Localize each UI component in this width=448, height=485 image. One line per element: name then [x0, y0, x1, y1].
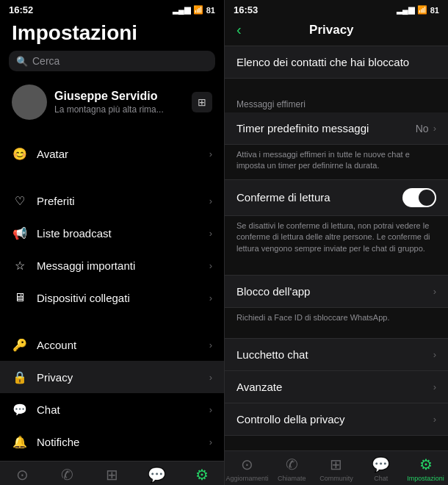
right-content: Elenco dei contatti che hai bloccato Mes… [225, 46, 448, 450]
qr-button[interactable]: ⊞ [192, 92, 212, 112]
right-nav-community-label: Community [319, 475, 353, 482]
desc-blocco: Richiedi a Face ID di sbloccare WhatsApp… [225, 308, 448, 331]
menu-label-avatar: Avatar [37, 148, 200, 160]
right-time: 16:53 [234, 4, 258, 15]
right-signal-icon: ▂▄▆ [397, 5, 414, 15]
nav-impostazioni[interactable]: ⚙ Impostazioni [179, 466, 224, 485]
chevron-timer: › [433, 123, 436, 134]
setting-avanzate[interactable]: Avanzate › [225, 371, 448, 403]
nav-chat[interactable]: 💬 Chat [134, 466, 179, 485]
account-icon: 🔑 [12, 337, 28, 353]
right-nav-community-icon: ⊞ [330, 456, 342, 473]
setting-label-lucchetto: Lucchetto chat [236, 348, 433, 361]
signal-icon: ▂▄▆ [173, 5, 190, 15]
toggle-knob [419, 190, 435, 206]
menu-item-messaggi-importanti[interactable]: ☆ Messaggi importanti › [0, 249, 224, 281]
chat-icon: 💬 [12, 401, 28, 417]
menu-item-chat[interactable]: 💬 Chat › [0, 393, 224, 425]
right-nav-community[interactable]: ⊞ Community [314, 456, 359, 482]
wifi-icon: 📶 [193, 5, 203, 15]
menu-item-liste-broadcast[interactable]: 📢 Liste broadcast › [0, 217, 224, 249]
devices-icon: 🖥 [12, 290, 28, 306]
broadcast-icon: 📢 [12, 225, 28, 241]
chevron-controllo: › [433, 414, 436, 425]
right-wifi-icon: 📶 [417, 5, 427, 15]
chevron-messaggi: › [209, 260, 212, 271]
profile-name: Giuseppe Servidio [54, 90, 184, 103]
setting-label-blocco: Blocco dell'app [236, 285, 433, 298]
menu-section-middle: ♡ Preferiti › 📢 Liste broadcast › ☆ Mess… [0, 184, 224, 314]
toggle-conferme[interactable]: Conferme di lettura [225, 179, 448, 216]
chevron-privacy: › [209, 372, 212, 383]
right-nav-aggiornamenti[interactable]: ⊙ Aggiornamenti [225, 456, 270, 482]
setting-blocco-app[interactable]: Blocco dell'app › [225, 275, 448, 308]
nav-settings-icon: ⚙ [195, 466, 209, 484]
setting-contatti-bloccati[interactable]: Elenco dei contatti che hai bloccato [225, 46, 448, 79]
chevron-lucchetto: › [433, 349, 436, 360]
toggle-label-conferme: Conferme di lettura [236, 191, 402, 204]
desc-timer: Attiva i messaggi effimeri in tutte le n… [225, 145, 448, 179]
menu-label-dispositivi: Dispositivi collegati [37, 292, 200, 304]
profile-info: Giuseppe Servidio La montagna più alta r… [54, 90, 184, 115]
setting-label-avanzate: Avanzate [236, 381, 433, 393]
left-panel: 16:52 ▂▄▆ 📶 81 Impostazioni 🔍 Cerca Gius… [0, 0, 224, 485]
right-bottom-nav: ⊙ Aggiornamenti ✆ Chiamate ⊞ Community 💬… [225, 450, 448, 485]
right-header: ‹ Privacy [225, 18, 448, 46]
menu-item-dispositivi[interactable]: 🖥 Dispositivi collegati › [0, 281, 224, 314]
avatar [12, 85, 47, 120]
right-nav-impostazioni[interactable]: ⚙ Impostazioni [403, 456, 448, 482]
left-status-icons: ▂▄▆ 📶 81 [173, 5, 215, 15]
menu-item-privacy[interactable]: 🔒 Privacy › [0, 361, 224, 393]
right-status-bar: 16:53 ▂▄▆ 📶 81 [225, 0, 448, 18]
spacer-2 [225, 262, 448, 275]
menu-item-avatar[interactable]: 😊 Avatar › [0, 137, 224, 170]
chevron-dispositivi: › [209, 292, 212, 303]
profile-row[interactable]: Giuseppe Servidio La montagna più alta r… [0, 79, 224, 126]
setting-controllo-privacy[interactable]: Controllo della privacy › [225, 403, 448, 436]
chevron-liste: › [209, 228, 212, 239]
nav-community-icon: ⊞ [106, 466, 118, 484]
left-time: 16:52 [9, 4, 33, 15]
nav-aggiornamenti[interactable]: ⊙ Aggiornamenti [0, 466, 45, 485]
notifiche-icon: 🔔 [12, 434, 28, 450]
right-nav-calls-label: Chiamate [278, 475, 306, 482]
right-nav-chiamate[interactable]: ✆ Chiamate [270, 456, 314, 482]
menu-label-messaggi: Messaggi importanti [37, 259, 200, 272]
nav-chiamate[interactable]: ✆ Chiamate [45, 466, 90, 485]
right-nav-updates-label: Aggiornamenti [225, 475, 268, 482]
page-title: Impostazioni [0, 18, 224, 51]
chevron-chat: › [209, 404, 212, 415]
preferiti-icon: ♡ [12, 193, 28, 209]
right-nav-settings-icon: ⚙ [419, 456, 433, 473]
chevron-account: › [209, 340, 212, 351]
right-nav-chat[interactable]: 💬 Chat [358, 456, 403, 482]
right-nav-calls-icon: ✆ [286, 456, 298, 473]
left-status-bar: 16:52 ▂▄▆ 📶 81 [0, 0, 224, 18]
back-button[interactable]: ‹ [236, 21, 242, 38]
right-nav-chat-label: Chat [374, 475, 388, 482]
toggle-switch-conferme[interactable] [402, 188, 436, 207]
chevron-notifiche: › [209, 436, 212, 448]
chevron-blocco: › [433, 286, 436, 297]
setting-timer-predefinito[interactable]: Timer predefinito messaggi No › [225, 112, 448, 145]
left-bottom-nav: ⊙ Aggiornamenti ✆ Chiamate ⊞ Community 💬… [0, 461, 224, 485]
menu-item-preferiti[interactable]: ♡ Preferiti › [0, 184, 224, 217]
nav-chat-icon: 💬 [148, 466, 166, 484]
avatar-icon: 😊 [12, 146, 28, 162]
setting-label-timer: Timer predefinito messaggi [236, 122, 416, 134]
menu-label-chat: Chat [37, 403, 200, 416]
desc-conferme: Se disattivi le conferme di lettura, non… [225, 216, 448, 262]
setting-label-controllo: Controllo della privacy [236, 413, 433, 425]
menu-item-account[interactable]: 🔑 Account › [0, 328, 224, 361]
menu-label-liste: Liste broadcast [37, 227, 200, 240]
spacer-1 [225, 79, 448, 92]
menu-label-notifiche: Notifiche [37, 436, 200, 448]
menu-section-bottom: 🔑 Account › 🔒 Privacy › 💬 Chat › 🔔 Notif… [0, 328, 224, 458]
search-bar[interactable]: 🔍 Cerca [9, 51, 215, 71]
menu-label-preferiti: Preferiti [37, 195, 200, 207]
chevron-avanzate: › [433, 381, 436, 392]
nav-community[interactable]: ⊞ Community [90, 466, 134, 485]
setting-lucchetto-chat[interactable]: Lucchetto chat › [225, 338, 448, 371]
right-nav-settings-label: Impostazioni [407, 475, 444, 482]
menu-item-notifiche[interactable]: 🔔 Notifiche › [0, 425, 224, 458]
